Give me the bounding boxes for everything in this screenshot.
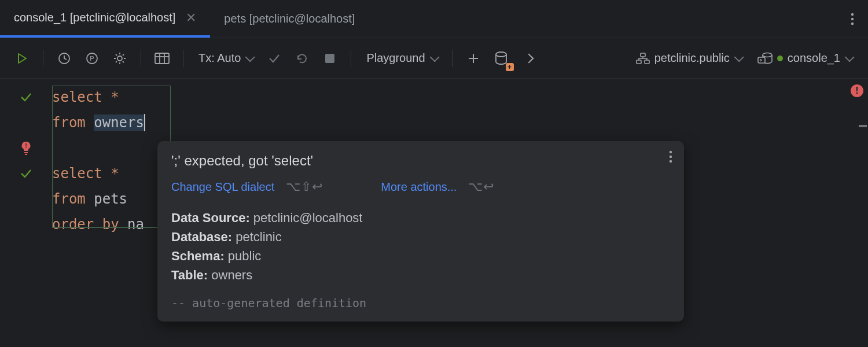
tab-console-1[interactable]: console_1 [petclinic@localhost] ✕: [0, 0, 210, 38]
svg-point-2: [851, 22, 854, 24]
check-icon: [20, 91, 32, 104]
separator: [452, 50, 453, 67]
svg-rect-15: [641, 53, 645, 57]
code-line[interactable]: select *: [52, 84, 868, 110]
svg-point-1: [851, 17, 854, 20]
separator: [141, 50, 141, 67]
add-button[interactable]: [462, 47, 485, 70]
chevron-down-icon: [429, 52, 439, 62]
expand-button[interactable]: [517, 47, 540, 70]
schema-icon: [636, 53, 650, 64]
svg-rect-11: [325, 54, 334, 63]
svg-point-25: [670, 160, 672, 163]
chevron-right-icon: [524, 53, 534, 63]
separator: [43, 50, 43, 67]
scroll-marker: [859, 125, 867, 127]
plus-badge-icon: +: [506, 63, 514, 71]
svg-rect-20: [24, 152, 28, 153]
popup-info: Data Source: petclinic@localhost Databas…: [171, 208, 670, 285]
popup-actions: Change SQL dialect ⌥⇧↩ More actions... ⌥…: [171, 179, 670, 194]
check-icon: [20, 167, 32, 180]
session-mode-dropdown[interactable]: Playground: [361, 51, 442, 65]
error-popup: ';' expected, got 'select' Change SQL di…: [157, 141, 684, 322]
svg-rect-21: [25, 154, 27, 155]
console-selector[interactable]: console_1: [752, 51, 858, 65]
close-icon[interactable]: ✕: [186, 10, 196, 25]
svg-text:!: !: [25, 142, 27, 149]
schema-label: petclinic.public: [654, 51, 730, 65]
svg-point-14: [496, 52, 506, 57]
settings-button[interactable]: [108, 47, 131, 70]
commit-button[interactable]: [263, 47, 286, 70]
popup-more-button[interactable]: [669, 150, 672, 163]
chevron-down-icon: [734, 52, 744, 62]
tx-label: Tx: Auto: [198, 51, 241, 65]
schema-selector[interactable]: petclinic.public: [630, 51, 747, 65]
editor-tabs: console_1 [petclinic@localhost] ✕ pets […: [0, 0, 868, 38]
console-label: console_1: [788, 51, 840, 65]
tab-pets[interactable]: pets [petclinic@localhost]: [210, 0, 369, 38]
explain-plan-button[interactable]: P: [80, 47, 104, 70]
svg-rect-7: [155, 53, 169, 64]
console-icon: [757, 52, 773, 65]
table-view-button[interactable]: [150, 47, 174, 70]
code-line[interactable]: from owners: [52, 110, 868, 135]
popup-code-preview: -- auto-generated definition: [171, 296, 670, 310]
chevron-down-icon: [245, 52, 255, 62]
tab-label: pets [petclinic@localhost]: [224, 12, 355, 25]
gutter: !: [0, 79, 52, 347]
new-datasource-button[interactable]: +: [490, 47, 513, 70]
rollback-button[interactable]: [290, 47, 314, 70]
more-actions-link[interactable]: More actions...: [381, 180, 457, 194]
svg-point-0: [851, 13, 854, 15]
tabs-more-button[interactable]: [837, 0, 868, 38]
separator: [183, 50, 183, 67]
svg-point-18: [763, 53, 772, 57]
svg-rect-16: [637, 60, 641, 64]
run-button[interactable]: [10, 47, 34, 70]
shortcut-label: ⌥↩: [468, 179, 494, 194]
cursor: [144, 114, 145, 131]
separator: [351, 50, 351, 67]
error-indicator[interactable]: !: [851, 84, 863, 97]
svg-text:P: P: [90, 55, 94, 62]
history-button[interactable]: [53, 47, 76, 70]
stop-button[interactable]: [318, 47, 341, 70]
svg-point-23: [670, 151, 672, 153]
chevron-down-icon: [845, 52, 855, 62]
error-bulb-icon[interactable]: !: [20, 141, 32, 155]
svg-point-24: [670, 156, 672, 158]
toolbar: P Tx: Auto Playground + petclinic.public: [0, 38, 868, 78]
change-dialect-link[interactable]: Change SQL dialect: [171, 180, 274, 194]
popup-title: ';' expected, got 'select': [171, 153, 670, 169]
tab-label: console_1 [petclinic@localhost]: [14, 11, 175, 24]
svg-rect-17: [645, 60, 649, 64]
svg-point-6: [117, 56, 122, 61]
tx-mode-dropdown[interactable]: Tx: Auto: [193, 51, 258, 65]
shortcut-label: ⌥⇧↩: [286, 179, 323, 194]
status-dot-icon: [777, 56, 783, 61]
playground-label: Playground: [366, 51, 425, 65]
